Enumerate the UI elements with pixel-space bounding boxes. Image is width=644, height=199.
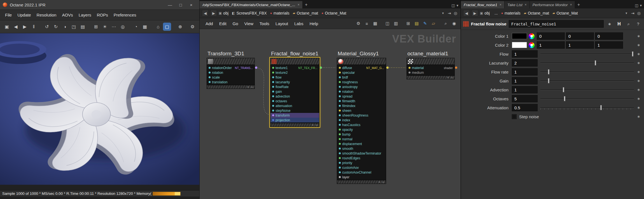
node-param-row[interactable]: sheenRoughness <box>337 113 386 118</box>
input-connector[interactable] <box>272 86 274 88</box>
input-connector[interactable] <box>339 162 341 164</box>
output-connector[interactable] <box>386 166 389 169</box>
tile-mode-icon[interactable]: ▦ <box>372 20 379 27</box>
breadcrumb-item[interactable]: ▰ Octane_Mat <box>552 11 578 15</box>
input-connector[interactable] <box>339 157 341 159</box>
node-param-row[interactable]: customAov <box>337 165 386 170</box>
node-param-row[interactable]: octaves <box>270 99 319 103</box>
input-connector[interactable] <box>272 114 274 116</box>
input-connector[interactable] <box>339 133 341 135</box>
input-connector[interactable] <box>409 72 410 74</box>
breadcrumb-item[interactable]: ▣ obj <box>219 11 228 15</box>
input-connector[interactable] <box>339 152 341 154</box>
value-field[interactable]: 5 <box>512 95 538 102</box>
menu-item[interactable]: Tools <box>256 20 272 27</box>
param-jack-icon[interactable]: ∗ <box>634 43 643 47</box>
node-param-row[interactable]: flowRate <box>270 84 319 89</box>
output-connector[interactable] <box>386 86 389 88</box>
input-connector[interactable] <box>209 67 211 69</box>
menu-item[interactable]: File <box>2 11 15 19</box>
menu-item[interactable]: Layers <box>76 11 94 19</box>
slider-track[interactable] <box>540 50 634 58</box>
output-connector[interactable] <box>386 124 389 126</box>
node-param-row[interactable]: spread <box>337 94 386 99</box>
output-connector[interactable] <box>320 71 322 74</box>
render-time-icon[interactable]: ◔ <box>132 23 140 31</box>
param-jack-icon[interactable]: ∗ <box>634 52 643 56</box>
customize-icon[interactable]: ⚙ <box>355 20 362 27</box>
slider-track[interactable] <box>540 68 634 75</box>
pane-menu-caret-icon[interactable]: ▾ <box>456 3 458 8</box>
input-connector[interactable] <box>339 176 341 178</box>
output-connector[interactable] <box>320 81 322 83</box>
output-connector[interactable] <box>386 171 389 173</box>
output-connector[interactable] <box>386 71 389 74</box>
output-connector[interactable] <box>255 76 257 78</box>
node-param-row[interactable]: lacunarity <box>270 80 319 84</box>
slider-handle[interactable] <box>595 60 596 65</box>
node-param-row[interactable]: gain <box>270 89 319 94</box>
pane-split-icon[interactable]: ◫ <box>635 3 638 8</box>
node-param-row[interactable]: sheen <box>337 108 386 113</box>
fit-view-icon[interactable]: ◳ <box>70 23 78 31</box>
pane-layout-icon[interactable]: ▥ <box>392 20 400 27</box>
forward-button[interactable]: ▶ <box>210 10 217 16</box>
input-connector[interactable] <box>272 72 274 74</box>
param-jack-icon[interactable]: ∗ <box>634 96 643 101</box>
node-param-row[interactable]: filmwidth <box>337 99 386 103</box>
node-param-row[interactable]: transform <box>270 113 319 118</box>
slider-handle[interactable] <box>632 51 633 56</box>
param-jack-icon[interactable]: ∗ <box>634 105 643 110</box>
node-param-row[interactable]: advection <box>270 94 319 99</box>
pane-tab[interactable]: Performance Monitor × <box>530 1 575 8</box>
breadcrumb-item[interactable]: ▰ Octane_mat <box>524 11 549 15</box>
node-header[interactable] <box>337 58 386 65</box>
node-octane-material1[interactable]: octane_material1 material shader medi <box>407 58 455 79</box>
color-wheel-icon[interactable] <box>529 42 535 48</box>
color-r-field[interactable]: 1 <box>537 41 565 49</box>
output-connector[interactable] <box>386 152 389 154</box>
pane-tab[interactable]: Take List × <box>505 1 530 8</box>
folder-icon[interactable]: ▱ <box>430 20 437 27</box>
output-connector[interactable] <box>386 95 389 97</box>
node-material-glossy1[interactable]: Material_Glossy1 diffuse NT_MAT_G... <box>337 58 386 184</box>
input-connector[interactable] <box>272 119 274 121</box>
focus-picker-icon[interactable]: ◎ <box>119 23 127 31</box>
tab-close-icon[interactable]: × <box>525 3 527 7</box>
breadcrumb-item[interactable]: ● materials <box>270 11 290 15</box>
param-jack-icon[interactable]: ∗ <box>634 34 643 38</box>
crop-icon[interactable]: ⊕ <box>176 23 184 31</box>
value-field[interactable]: 0.5 <box>512 104 538 111</box>
output-connector[interactable] <box>386 147 389 150</box>
input-connector[interactable] <box>209 72 211 74</box>
output-connector[interactable] <box>255 67 257 69</box>
menu-item[interactable]: Layout <box>272 20 291 27</box>
exposure-icon[interactable]: ☀ <box>101 23 109 31</box>
node-param-row[interactable]: anisotropy <box>337 84 386 89</box>
output-connector[interactable] <box>386 133 389 135</box>
input-connector[interactable] <box>272 95 274 97</box>
step-noise-checkbox[interactable] <box>512 114 517 119</box>
input-connector[interactable] <box>209 81 211 83</box>
node-fractal-flow-noise1[interactable]: Fractal_flow_noise1 texture1 NT_TEX_FR..… <box>270 58 319 127</box>
output-connector[interactable] <box>386 105 389 107</box>
output-connector[interactable] <box>320 86 322 88</box>
search-icon[interactable]: ⌕ <box>442 20 449 27</box>
tab-close-icon[interactable]: × <box>298 3 300 7</box>
slider-handle[interactable] <box>600 105 602 110</box>
slider-track[interactable] <box>540 95 634 102</box>
input-connector[interactable] <box>272 76 274 78</box>
network-canvas[interactable]: VEX Builder Transform_3D1 rotationOrder … <box>200 29 461 199</box>
node-param-row[interactable]: material shader <box>407 65 454 70</box>
pause-icon[interactable]: ‖ <box>30 23 38 31</box>
value-field[interactable]: 1 <box>512 77 538 84</box>
node-param-row[interactable]: medium <box>407 70 454 75</box>
node-transform-3d1[interactable]: Transform_3D1 rotationOrder NT_TRANS... <box>207 58 255 89</box>
node-param-row[interactable]: hasCaustics <box>337 122 386 127</box>
node-param-row[interactable]: specular <box>337 70 386 75</box>
play-icon[interactable]: ▶ <box>21 23 29 31</box>
input-connector[interactable] <box>339 143 341 145</box>
node-param-row[interactable]: displacement <box>337 141 386 146</box>
input-connector[interactable] <box>339 171 341 173</box>
step-back-icon[interactable]: ◀ <box>12 23 20 31</box>
